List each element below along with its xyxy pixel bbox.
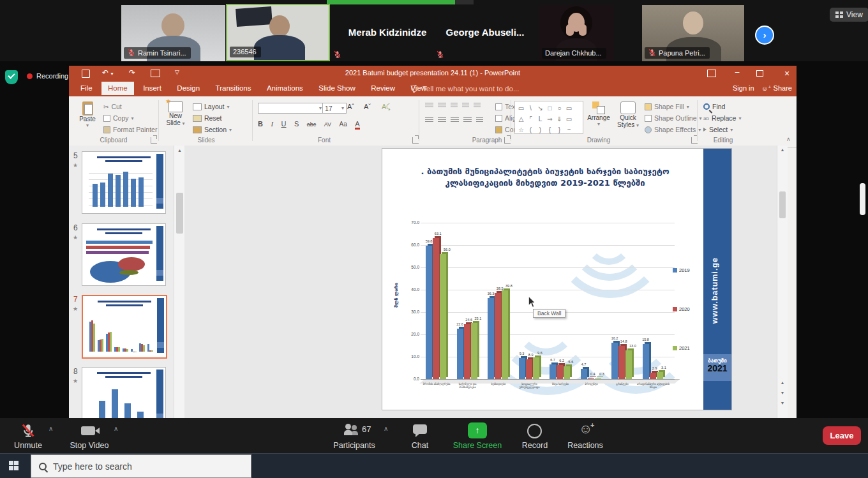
video-tile-ramin[interactable]: Ramin Tsinari... xyxy=(121,5,225,61)
reactions-button[interactable]: ☺ + Reactions xyxy=(565,421,606,451)
collapse-ribbon-icon[interactable]: ∧ xyxy=(786,136,791,142)
participants-options-chevron[interactable]: ∧ xyxy=(384,425,388,432)
replace-button[interactable]: abReplace ▾ xyxy=(703,114,741,122)
numbering-icon[interactable] xyxy=(438,103,446,108)
participant-name-chip: Ramin Tsinari... xyxy=(124,47,191,59)
clear-format-icon[interactable]: A⤹ xyxy=(382,103,391,111)
arrange-button[interactable]: Arrange ▾ xyxy=(585,101,613,127)
copy-button[interactable]: Copy ▾ xyxy=(103,114,134,122)
slide-thumbnail-7-selected[interactable] xyxy=(82,295,167,359)
cut-button[interactable]: ✂Cut xyxy=(103,103,122,110)
share-button[interactable]: ☺⁺ Share xyxy=(761,84,792,92)
quick-styles-button[interactable]: Quick Styles ▾ xyxy=(614,101,642,128)
char-spacing-button[interactable]: AV xyxy=(324,121,331,128)
slide-thumbnail-5[interactable] xyxy=(82,151,166,214)
stop-video-button[interactable]: Stop Video xyxy=(67,421,112,451)
ribbon-display-options-icon[interactable] xyxy=(707,70,716,77)
sign-in-link[interactable]: Sign in xyxy=(733,84,754,92)
taskbar-search[interactable]: Type here to search xyxy=(31,454,251,478)
bar-2020 xyxy=(495,293,501,379)
align-left-icon[interactable] xyxy=(425,117,433,123)
select-icon xyxy=(703,128,707,131)
tab-animations[interactable]: Animations xyxy=(260,82,310,95)
shape-effects-button[interactable]: Shape Effects ▾ xyxy=(645,126,701,133)
previous-slide-button[interactable]: ▲ xyxy=(777,380,788,385)
muted-mic-icon xyxy=(333,50,341,59)
tab-review[interactable]: Review xyxy=(364,82,401,95)
unmute-button[interactable]: Unmute xyxy=(9,421,47,451)
quick-styles-icon xyxy=(620,101,636,114)
tab-transitions[interactable]: Transitions xyxy=(209,82,258,95)
paragraph-dialog-launcher[interactable] xyxy=(504,137,511,144)
strikethrough-button[interactable]: abc xyxy=(307,121,317,128)
italic-button[interactable]: I xyxy=(271,120,273,128)
clipboard-dialog-launcher[interactable] xyxy=(151,137,157,144)
restore-button[interactable] xyxy=(756,70,763,77)
tab-insert[interactable]: Insert xyxy=(137,82,168,95)
screen-right-scrollbar[interactable] xyxy=(860,183,865,215)
shadow-button[interactable]: S xyxy=(294,120,299,128)
slide-thumbnail-panel: 5 ★ 6 ★ 7 ★ xyxy=(69,146,185,418)
align-right-icon[interactable] xyxy=(451,117,459,123)
share-screen-button[interactable]: ↑ Share Screen xyxy=(450,420,505,451)
format-painter-button[interactable]: Format Painter xyxy=(103,126,157,133)
decrease-indent-icon[interactable] xyxy=(451,103,458,108)
shape-outline-button[interactable]: Shape Outline ▾ xyxy=(645,114,702,122)
new-slide-button[interactable]: ★ New Slide ▾ xyxy=(162,101,189,126)
increase-indent-icon[interactable] xyxy=(462,103,469,108)
leave-button[interactable]: Leave xyxy=(823,426,861,445)
next-slide-button[interactable]: ▼ xyxy=(777,391,788,395)
select-button[interactable]: Select ▾ xyxy=(703,126,733,133)
record-button[interactable]: Record xyxy=(516,421,554,451)
slide-area-scrollbar[interactable]: ▲ ▲ ▼ ▼ xyxy=(777,146,788,418)
tell-me-box[interactable]: Tell me what you want to do... xyxy=(411,84,520,93)
layout-button[interactable]: Layout ▾ xyxy=(193,103,230,110)
grow-font-icon[interactable]: Aˆ xyxy=(347,103,354,110)
slide-thumbnail-8[interactable] xyxy=(82,367,166,418)
paste-button[interactable]: Paste ▾ xyxy=(77,101,98,128)
muted-mic-icon xyxy=(648,49,656,57)
change-case-button[interactable]: Aa xyxy=(340,121,347,128)
close-button[interactable]: × xyxy=(777,68,797,78)
underline-button[interactable]: U xyxy=(281,120,287,128)
shrink-font-icon[interactable]: Aˇ xyxy=(364,103,371,110)
columns-icon[interactable] xyxy=(476,117,483,123)
justify-icon[interactable] xyxy=(463,117,472,123)
mic-options-chevron[interactable]: ∧ xyxy=(49,425,53,432)
bold-button[interactable]: B xyxy=(258,120,263,128)
video-tile-darejan[interactable]: Darejan Chkhub... xyxy=(539,5,614,61)
tab-slideshow[interactable]: Slide Show xyxy=(312,82,362,95)
bar-value-label: 25.1 xyxy=(470,317,486,320)
align-center-icon[interactable] xyxy=(438,117,446,123)
next-participants-button[interactable]: › xyxy=(755,26,774,45)
bullets-icon[interactable] xyxy=(425,103,433,108)
tab-home[interactable]: Home xyxy=(101,82,134,95)
video-tile-236546[interactable]: 236546 xyxy=(226,4,330,61)
section-button[interactable]: Section ▾ xyxy=(193,126,232,133)
line-spacing-icon[interactable] xyxy=(474,103,481,108)
start-button[interactable] xyxy=(9,461,19,471)
slide-canvas[interactable]: . ბათუმის მუნიციპალიტეტის ბიუჯეტის ხარჯე… xyxy=(382,148,732,410)
slide-thumbnail-6[interactable] xyxy=(82,223,166,286)
thumbnail-panel-scrollbar[interactable]: ▲ xyxy=(174,146,185,418)
minimize-button[interactable]: – xyxy=(728,68,747,77)
shape-fill-button[interactable]: Shape Fill ▾ xyxy=(645,103,689,110)
find-button[interactable]: Find xyxy=(703,103,725,110)
tab-file[interactable]: File xyxy=(74,82,99,95)
video-tile-papuna[interactable]: Papuna Petri... xyxy=(642,5,744,61)
shape-effects-icon xyxy=(645,126,652,133)
video-options-chevron[interactable]: ∧ xyxy=(114,425,118,432)
font-dialog-launcher[interactable] xyxy=(412,137,419,144)
bar-value-label: 0.3 xyxy=(594,372,610,376)
shape-gallery[interactable]: ▭\↘□○▭ △⌜L⇒⇓▭ ☆(){}~ xyxy=(514,101,583,134)
font-size-combo[interactable]: 17▾ xyxy=(322,103,347,114)
tab-design[interactable]: Design xyxy=(170,82,206,95)
participants-button[interactable]: 67 Participants xyxy=(329,421,380,451)
font-name-combo[interactable]: ▾ xyxy=(258,103,324,114)
font-color-button[interactable]: A xyxy=(355,120,359,130)
chat-button[interactable]: Chat xyxy=(402,421,438,451)
view-button[interactable]: View xyxy=(830,8,868,22)
reset-button[interactable]: Reset xyxy=(193,114,221,122)
budget-bar-chart[interactable]: მლნ ლარი 0.010.020.030.040.050.060.070.0… xyxy=(382,149,731,410)
ppt-titlebar[interactable]: ↶ ▾ ↷ ▽ 2021 Batumi budget presentation … xyxy=(69,66,797,82)
